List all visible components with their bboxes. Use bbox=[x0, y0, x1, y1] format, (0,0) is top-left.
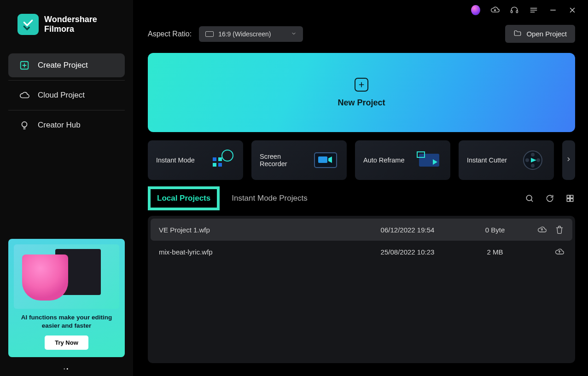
promo-text: AI functions make your editing easier an… bbox=[14, 313, 119, 330]
separator bbox=[8, 80, 125, 81]
svg-rect-22 bbox=[571, 195, 573, 198]
mode-label: Screen Recorder bbox=[260, 153, 308, 168]
aspect-ratio-select[interactable]: 16:9 (Widescreen) bbox=[199, 26, 303, 42]
mode-label: Auto Reframe bbox=[363, 156, 404, 164]
sidebar-item-label: Creator Hub bbox=[38, 121, 81, 130]
promo-try-now-button[interactable]: Try Now bbox=[45, 336, 88, 350]
svg-rect-23 bbox=[567, 199, 570, 202]
brand-line1: Wondershare bbox=[44, 15, 97, 24]
separator bbox=[8, 110, 125, 110]
cloud-icon bbox=[19, 90, 29, 100]
app-logo: Wondershare Filmora bbox=[8, 0, 125, 53]
menu-icon[interactable] bbox=[529, 6, 538, 15]
project-actions bbox=[555, 247, 564, 256]
mode-label: Instant Cutter bbox=[467, 156, 507, 164]
mode-instant[interactable]: Instant Mode bbox=[148, 140, 243, 180]
new-project-button[interactable]: New Project bbox=[148, 53, 575, 132]
sidebar: Wondershare Filmora Create Project Cloud… bbox=[0, 0, 135, 376]
svg-point-16 bbox=[536, 158, 540, 162]
mode-auto-reframe[interactable]: Auto Reframe bbox=[355, 140, 450, 180]
modes-next-button[interactable] bbox=[562, 140, 575, 180]
sidebar-item-label: Create Project bbox=[38, 61, 88, 70]
project-date: 25/08/2022 10:23 bbox=[352, 248, 463, 256]
tabs-actions bbox=[524, 193, 575, 203]
folder-icon bbox=[513, 29, 522, 39]
sidebar-item-creator-hub[interactable]: Creator Hub bbox=[8, 113, 125, 137]
grid-view-icon[interactable] bbox=[565, 193, 575, 203]
sidebar-item-label: Cloud Project bbox=[38, 91, 85, 100]
aspect-ratio-label: Aspect Ratio: bbox=[148, 30, 192, 38]
svg-rect-7 bbox=[213, 163, 216, 167]
tab-local-projects[interactable]: Local Projects bbox=[148, 186, 220, 210]
plus-square-icon bbox=[19, 60, 29, 70]
new-project-label: New Project bbox=[338, 98, 385, 108]
svg-point-4 bbox=[222, 150, 233, 161]
chevron-right-icon bbox=[565, 156, 572, 164]
svg-point-1 bbox=[22, 122, 27, 127]
close-icon[interactable] bbox=[568, 6, 577, 15]
svg-rect-21 bbox=[567, 195, 570, 198]
open-project-button[interactable]: Open Project bbox=[505, 25, 575, 43]
logo-icon bbox=[17, 14, 39, 35]
search-icon[interactable] bbox=[524, 193, 535, 203]
titlebar bbox=[135, 0, 588, 20]
project-size: 0 Byte bbox=[463, 226, 527, 234]
svg-rect-3 bbox=[516, 11, 518, 13]
cloud-download-icon[interactable] bbox=[490, 6, 500, 15]
film-reel-icon bbox=[520, 148, 546, 172]
main-area: Aspect Ratio: 16:9 (Widescreen) Open Pro… bbox=[135, 0, 588, 376]
cloud-upload-icon[interactable] bbox=[537, 225, 547, 234]
widescreen-icon bbox=[205, 31, 214, 37]
trash-icon[interactable] bbox=[555, 225, 564, 234]
project-row[interactable]: mix-beat-lyric.wfp 25/08/2022 10:23 2 MB bbox=[151, 241, 572, 263]
project-actions bbox=[537, 225, 564, 234]
cloud-upload-icon[interactable] bbox=[555, 247, 564, 256]
open-project-label: Open Project bbox=[526, 30, 567, 38]
project-row[interactable]: VE Project 1.wfp 06/12/2022 19:54 0 Byte bbox=[151, 219, 572, 241]
chevron-down-icon bbox=[291, 30, 297, 38]
project-date: 06/12/2022 19:54 bbox=[352, 226, 463, 234]
sidebar-item-create-project[interactable]: Create Project bbox=[8, 53, 125, 77]
mode-screen-recorder[interactable]: Screen Recorder bbox=[251, 140, 347, 180]
bulb-icon bbox=[19, 120, 29, 130]
tabs-row: Local Projects Instant Mode Projects bbox=[148, 186, 575, 210]
project-size: 2 MB bbox=[463, 248, 527, 256]
content: Aspect Ratio: 16:9 (Widescreen) Open Pro… bbox=[135, 20, 588, 376]
svg-point-17 bbox=[531, 164, 535, 168]
svg-point-18 bbox=[525, 158, 529, 162]
svg-rect-24 bbox=[571, 199, 573, 202]
svg-rect-2 bbox=[511, 11, 512, 13]
top-row: Aspect Ratio: 16:9 (Widescreen) Open Pro… bbox=[148, 25, 575, 43]
mode-instant-cutter[interactable]: Instant Cutter bbox=[459, 140, 554, 180]
refresh-icon[interactable] bbox=[545, 193, 555, 203]
brand-line2: Filmora bbox=[44, 24, 97, 34]
promo-card[interactable]: AI functions make your editing easier an… bbox=[8, 239, 125, 357]
camera-screen-icon bbox=[313, 148, 338, 172]
plus-icon bbox=[355, 78, 368, 92]
project-list: VE Project 1.wfp 06/12/2022 19:54 0 Byte… bbox=[148, 216, 575, 363]
project-name: VE Project 1.wfp bbox=[159, 226, 352, 234]
avatar-icon[interactable] bbox=[471, 6, 480, 15]
svg-rect-5 bbox=[213, 157, 216, 161]
svg-point-15 bbox=[531, 153, 535, 156]
project-name: mix-beat-lyric.wfp bbox=[159, 248, 352, 256]
tab-instant-mode-projects[interactable]: Instant Mode Projects bbox=[226, 189, 313, 208]
promo-image bbox=[14, 244, 119, 309]
svg-rect-8 bbox=[218, 163, 222, 167]
modes-row: Instant Mode Screen Recorder Auto Refram… bbox=[148, 140, 575, 180]
app-title: Wondershare Filmora bbox=[44, 15, 97, 34]
sidebar-item-cloud-project[interactable]: Cloud Project bbox=[8, 83, 125, 107]
aspect-ratio-value: 16:9 (Widescreen) bbox=[218, 30, 271, 38]
headset-icon[interactable] bbox=[510, 6, 519, 15]
carousel-dots[interactable]: •• bbox=[8, 366, 125, 371]
reframe-icon bbox=[416, 148, 442, 172]
film-grid-icon bbox=[209, 148, 235, 172]
minimize-icon[interactable] bbox=[548, 6, 558, 15]
mode-label: Instant Mode bbox=[156, 156, 195, 164]
svg-rect-11 bbox=[419, 154, 439, 167]
svg-rect-6 bbox=[218, 157, 222, 161]
svg-rect-10 bbox=[318, 156, 327, 163]
